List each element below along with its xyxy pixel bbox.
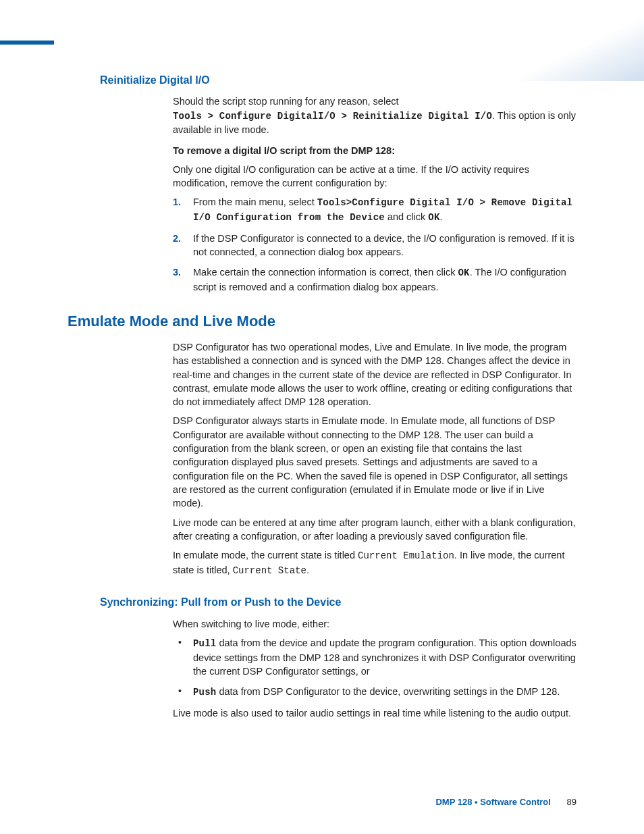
- bullet-pull: Pull data from the device and update the…: [173, 636, 576, 678]
- section1-p1: Should the script stop running for any r…: [173, 95, 576, 136]
- text: If the DSP Configurator is connected to …: [193, 233, 574, 257]
- page-footer: DMP 128 • Software Control 89: [435, 796, 576, 808]
- text: Should the script stop running for any r…: [173, 96, 399, 107]
- text: and click: [385, 211, 428, 222]
- footer-title: DMP 128 • Software Control: [435, 797, 550, 807]
- section2-p3: Live mode can be entered at any time aft…: [173, 516, 576, 544]
- state-label: Current Emulation: [358, 550, 454, 561]
- ok-label: OK: [458, 267, 469, 278]
- page-gradient: [475, 0, 644, 81]
- step-number: 2.: [173, 232, 181, 245]
- step-1: 1. From the main menu, select Tools>Conf…: [173, 195, 576, 224]
- section3-p1: When switching to live mode, either:: [173, 617, 576, 631]
- section1-subhead: To remove a digital I/O script from the …: [173, 144, 576, 157]
- text: In emulate mode, the current state is ti…: [173, 550, 358, 561]
- step-3: 3. Make certain the connection informati…: [173, 265, 576, 294]
- state-label: Current State: [233, 565, 306, 576]
- accent-bar: [0, 41, 54, 45]
- text: data from DSP Configurator to the device…: [216, 686, 560, 697]
- section3-p2: Live mode is also used to tailor audio s…: [173, 706, 576, 720]
- section2-p4: In emulate mode, the current state is ti…: [173, 548, 576, 577]
- page-content: Reinitialize Digital I/O Should the scri…: [68, 73, 576, 725]
- bullet-push: Push data from DSP Configurator to the d…: [173, 685, 576, 700]
- text: data from the device and update the prog…: [193, 637, 576, 677]
- section1-body: Should the script stop running for any r…: [173, 95, 576, 294]
- sync-bullets: Pull data from the device and update the…: [173, 636, 576, 700]
- menu-path: Tools > Configure DigitalI/O > Reinitial…: [173, 111, 492, 122]
- remove-steps: 1. From the main menu, select Tools>Conf…: [173, 195, 576, 294]
- section1-p2: Only one digital I/O configuration can b…: [173, 163, 576, 190]
- text: .: [440, 211, 443, 222]
- section3-body: When switching to live mode, either: Pul…: [173, 617, 576, 720]
- heading-synchronizing: Synchronizing: Pull from or Push to the …: [100, 595, 576, 610]
- heading-reinitialize: Reinitialize Digital I/O: [100, 73, 576, 88]
- page-number: 89: [567, 797, 576, 807]
- ok-label: OK: [428, 212, 439, 223]
- push-label: Push: [193, 687, 216, 698]
- section2-p1: DSP Configurator has two operational mod…: [173, 340, 576, 409]
- section2-p2: DSP Configurator always starts in Emulat…: [173, 414, 576, 510]
- step-number: 1.: [173, 195, 181, 209]
- text: Make certain the connection information …: [193, 267, 458, 278]
- heading-emulate-live: Emulate Mode and Live Mode: [68, 311, 576, 332]
- text: From the main menu, select: [193, 197, 317, 207]
- pull-label: Pull: [193, 638, 216, 649]
- section2-body: DSP Configurator has two operational mod…: [173, 340, 576, 577]
- step-number: 3.: [173, 265, 181, 279]
- step-2: 2. If the DSP Configurator is connected …: [173, 232, 576, 259]
- text: .: [306, 565, 309, 575]
